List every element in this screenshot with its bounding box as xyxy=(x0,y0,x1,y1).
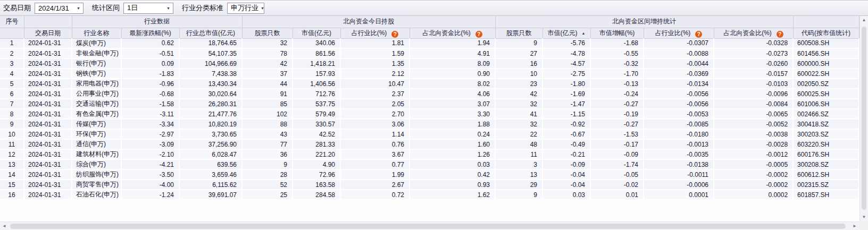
horizontal-scrollbar[interactable]: ◄ ► xyxy=(0,222,859,230)
table-cell: 14 xyxy=(0,169,24,180)
table-cell: 2024-01-31 xyxy=(24,149,72,159)
table-cell: -1.83 xyxy=(121,69,179,79)
help-icon[interactable]: ? xyxy=(475,31,482,38)
column-header[interactable]: 市值增幅(%) xyxy=(590,28,644,38)
table-row[interactable]: 92024-01-31传媒(申万)-3.3410,820.1988330.573… xyxy=(0,119,859,129)
table-cell: 2.67 xyxy=(340,180,410,190)
table-cell: -0.17 xyxy=(590,139,644,149)
table-cell: 639.56 xyxy=(179,159,242,169)
scroll-down-icon[interactable]: ▼ xyxy=(860,213,868,222)
table-row[interactable]: 122024-01-31建筑材料(申万)-2.106,028.4736221.2… xyxy=(0,149,859,159)
table-row[interactable]: 142024-01-31纺织服饰(申万)-3.503,659.462872.96… xyxy=(0,169,859,180)
table-row[interactable]: 22024-01-31非银金融(申万)-0.5154,107.3578861.5… xyxy=(0,48,859,58)
table-cell: 钢铁(申万) xyxy=(72,69,121,79)
table-row[interactable]: 52024-01-31家用电器(申万)-0.9613,430.34441,406… xyxy=(0,79,859,89)
column-header[interactable]: 股票只数 xyxy=(495,28,542,38)
table-row[interactable]: 12024-01-31煤炭(申万)0.6218,764.6532340.061.… xyxy=(0,38,859,48)
table-cell: -0.04 xyxy=(542,169,590,180)
table-cell: 2.70 xyxy=(340,109,410,119)
table-cell: 25 xyxy=(242,190,293,200)
table-cell: 4.06 xyxy=(410,89,495,99)
table-cell: 12 xyxy=(0,149,24,159)
table-row[interactable]: 32024-01-31银行(申万)0.09104,966.69421,418.2… xyxy=(0,58,859,69)
table-cell: 10 xyxy=(495,69,542,79)
table-cell: 28 xyxy=(242,169,293,180)
column-header[interactable]: 市值(亿元) xyxy=(293,28,340,38)
table-cell: 22 xyxy=(495,129,542,139)
help-icon[interactable]: ? xyxy=(391,31,398,38)
column-header[interactable]: 行业总市值(亿元) xyxy=(179,28,242,38)
table-cell: 2024-01-31 xyxy=(24,79,72,89)
table-cell: -0.0088 xyxy=(644,48,714,58)
column-header[interactable]: 交易日期 xyxy=(24,28,72,38)
table-row[interactable]: 72024-01-31交通运输(申万)-1.5826,280.3185537.7… xyxy=(0,99,859,109)
horizontal-scrollbar-thumb[interactable] xyxy=(10,224,846,229)
table-row[interactable]: 152024-01-31商贸零售(申万)-4.006,115.6252163.5… xyxy=(0,180,859,190)
table-cell: 2024-01-31 xyxy=(24,58,72,69)
column-header[interactable]: 占北向资金比(%)? xyxy=(714,28,793,38)
column-header[interactable]: 最新涨跌幅(%) xyxy=(121,28,179,38)
table-cell: 88 xyxy=(242,119,293,129)
help-icon[interactable]: ? xyxy=(695,31,702,38)
table-cell: -1.74 xyxy=(590,159,644,169)
table-cell: 11 xyxy=(0,139,24,149)
column-header[interactable] xyxy=(0,28,24,38)
help-icon[interactable]: ? xyxy=(777,31,783,38)
table-cell: -0.0052 xyxy=(714,119,793,129)
column-header[interactable]: 代码(按市值统计) xyxy=(793,28,859,38)
table-cell: 建筑材料(申万) xyxy=(72,149,121,159)
table-cell: 603220.SH xyxy=(793,139,859,149)
table-cell: 1.99 xyxy=(340,169,410,180)
trade-date-dropdown[interactable]: 2024/1/31 ▼ xyxy=(35,3,84,14)
scroll-right-icon[interactable]: ► xyxy=(850,222,859,230)
stat-interval-field: 统计区间 1日 ▼ xyxy=(92,3,182,14)
table-row[interactable]: 102024-01-31环保(申万)-2.973,730.654342.521.… xyxy=(0,129,859,139)
table-cell: 9 xyxy=(495,190,542,200)
scroll-left-icon[interactable]: ◄ xyxy=(0,222,9,230)
table-cell: 0.01 xyxy=(590,190,644,200)
table-cell: 002315.SZ xyxy=(793,180,859,190)
table-cell: -0.0002 xyxy=(714,169,793,180)
column-header-label: 交易日期 xyxy=(35,29,61,37)
table-cell: -4.57 xyxy=(542,58,590,69)
vertical-scrollbar-thumb[interactable] xyxy=(862,27,866,210)
table-cell: -0.0028 xyxy=(714,139,793,149)
northbound-capital-industry-panel: 交易日期 2024/1/31 ▼ 统计区间 1日 ▼ 行业分类标准 申万行业 ▼ xyxy=(0,0,868,230)
column-header[interactable]: 占行业比(%)? xyxy=(340,28,410,38)
column-header-label: 占北向资金比(%) xyxy=(723,29,772,37)
table-row[interactable]: 132024-01-31综合(申万)-4.21639.5694.900.770.… xyxy=(0,159,859,169)
vertical-scrollbar[interactable]: ▲ ▼ xyxy=(859,16,868,222)
column-header[interactable]: 股票只数 xyxy=(242,28,293,38)
table-cell: -0.0096 xyxy=(714,89,793,99)
table-cell: -1.47 xyxy=(542,99,590,109)
table-cell: -0.0038 xyxy=(714,129,793,139)
table-row[interactable]: 112024-01-31通信(申万)-3.0937,256.9077281.33… xyxy=(0,139,859,149)
table-cell: -0.09 xyxy=(542,159,590,169)
table-cell: -0.13 xyxy=(590,79,644,89)
table-row[interactable]: 42024-01-31钢铁(申万)-1.837,438.3837157.932.… xyxy=(0,69,859,79)
table-cell: 通信(申万) xyxy=(72,139,121,149)
table-cell: 37,256.90 xyxy=(179,139,242,149)
column-header[interactable]: 占北向资金比(%)? xyxy=(410,28,495,38)
table-row[interactable]: 62024-01-31公用事业(申万)-0.6830,020.6491712.7… xyxy=(0,89,859,99)
table-row[interactable]: 82024-01-31有色金属(申万)-3.1121,477.76102579.… xyxy=(0,109,859,119)
industry-standard-dropdown[interactable]: 申万行业 ▼ xyxy=(227,3,264,14)
table-cell: 41 xyxy=(495,109,542,119)
table-cell: 3 xyxy=(0,58,24,69)
table-row[interactable]: 162024-01-31石油石化(申万)-1.2439,691.0725284.… xyxy=(0,190,859,200)
scroll-up-icon[interactable]: ▲ xyxy=(860,16,868,24)
column-group-header-row: 序号行业数据北向资金今日持股北向资金区间增持统计 xyxy=(0,16,859,28)
column-header[interactable]: 行业名称 xyxy=(72,28,121,38)
table-cell: 8 xyxy=(0,109,24,119)
table-cell: 2024-01-31 xyxy=(24,180,72,190)
table-cell: 3.30 xyxy=(410,109,495,119)
table-cell: -2.75 xyxy=(542,69,590,79)
stat-interval-dropdown[interactable]: 1日 ▼ xyxy=(123,3,173,14)
column-header[interactable]: 市值(亿元)▲ xyxy=(542,28,590,38)
column-header[interactable]: 占行业比(%)? xyxy=(644,28,714,38)
table-cell: 11 xyxy=(495,149,542,159)
table-cell: 0.93 xyxy=(410,180,495,190)
table-cell: 1.26 xyxy=(410,149,495,159)
table-cell: 非银金融(申万) xyxy=(72,48,121,58)
table-cell: 2024-01-31 xyxy=(24,38,72,48)
